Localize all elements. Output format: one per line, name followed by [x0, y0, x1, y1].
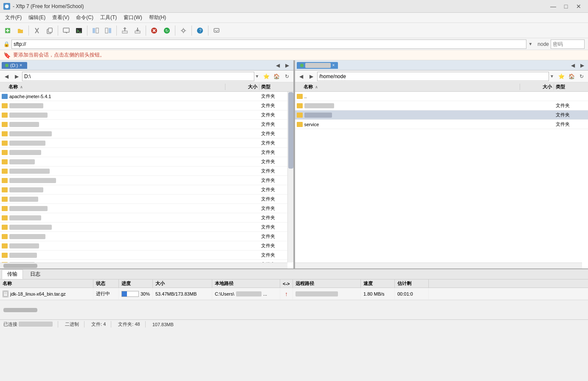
right-nav-next[interactable]: ▶ — [578, 61, 586, 70]
left-bookmark-button[interactable]: ⭐ — [262, 72, 271, 81]
download-button[interactable] — [132, 25, 143, 37]
password-input[interactable] — [551, 40, 585, 49]
cut-button[interactable] — [31, 25, 43, 37]
transfer-row[interactable]: jdk-18_linux-x64_bin.tar.gz 进行中 30% 53.4… — [0, 288, 588, 300]
menu-window[interactable]: 窗口(W) — [120, 13, 145, 22]
table-row[interactable]: 文件夹 — [0, 148, 293, 157]
minimize-button[interactable]: — — [547, 2, 559, 11]
right-forward-button[interactable]: ▶ — [307, 72, 316, 81]
tab-transfer[interactable]: 传输 — [2, 269, 23, 279]
left-tab-close[interactable]: × — [20, 63, 22, 68]
address-dropdown-arrow[interactable]: ▼ — [528, 42, 532, 46]
table-row[interactable]: 文件夹 — [0, 120, 293, 129]
right-col-name[interactable]: 名称 ∧ — [295, 84, 520, 90]
left-nav-prev[interactable]: ◀ — [274, 61, 282, 70]
right-tab-close[interactable]: × — [332, 63, 335, 68]
file-cell-name — [0, 113, 225, 118]
menu-file[interactable]: 文件(F) — [2, 13, 25, 22]
menu-command[interactable]: 命令(C) — [73, 13, 97, 22]
upload-button[interactable] — [119, 25, 131, 37]
monitor-button[interactable] — [60, 25, 72, 37]
table-row[interactable]: 文件夹 — [0, 157, 293, 167]
left-scrollbar[interactable] — [287, 92, 293, 262]
table-row[interactable]: 文件夹 — [0, 195, 293, 204]
transfer-hscrollbar-thumb[interactable] — [3, 308, 37, 312]
right-nav-prev[interactable]: ◀ — [568, 61, 577, 70]
table-row[interactable]: apache-jmeter-5.4.1 文件夹 — [0, 92, 293, 101]
file-name-blurred — [9, 113, 48, 118]
left-forward-button[interactable]: ▶ — [12, 72, 21, 81]
table-row[interactable]: 文件夹 — [0, 232, 293, 241]
right-file-scroll[interactable]: .. 文件夹 — [295, 92, 588, 266]
table-row[interactable]: 文件夹 — [295, 101, 588, 110]
help-button[interactable]: ? — [194, 25, 206, 37]
left-home-button[interactable]: 🏠 — [272, 72, 281, 81]
tab-log[interactable]: 日志 — [25, 269, 46, 279]
table-row[interactable]: 文件夹 — [0, 129, 293, 138]
refresh-button[interactable]: ↻ — [161, 25, 173, 37]
right-home-button[interactable]: 🏠 — [567, 72, 576, 81]
transfer-header: 名称 状态 进度 大小 本地路径 <-> 远程路径 速度 估计剩 — [0, 279, 588, 288]
sftp-address-input[interactable] — [11, 40, 526, 49]
table-row[interactable]: 文件夹 — [0, 241, 293, 251]
file-cell-type: 文件夹 — [554, 112, 588, 118]
table-row[interactable]: service 文件夹 — [295, 120, 588, 129]
left-hscrollbar-thumb[interactable] — [3, 264, 37, 268]
settings-button[interactable] — [177, 25, 189, 37]
folder-icon — [2, 150, 8, 155]
transfer-hscrollbar[interactable] — [0, 300, 588, 319]
new-session-button[interactable] — [2, 25, 14, 37]
right-pane-button[interactable] — [102, 25, 114, 37]
left-col-name[interactable]: 名称 ∧ — [0, 84, 225, 90]
transfer-cell-status: 进行中 — [93, 288, 119, 299]
right-back-button[interactable]: ◀ — [297, 72, 306, 81]
left-path-dropdown[interactable]: ▼ — [255, 74, 259, 79]
left-back-button[interactable]: ◀ — [2, 72, 11, 81]
table-row[interactable]: 文件夹 — [0, 251, 293, 260]
svg-rect-16 — [122, 31, 127, 33]
lock-icon: 🔒 — [3, 41, 10, 47]
left-pane-tab-d[interactable]: (D:) × — [2, 62, 27, 69]
left-hscrollbar[interactable] — [0, 262, 287, 268]
right-hscrollbar[interactable] — [295, 262, 582, 268]
right-path-input[interactable] — [317, 72, 549, 81]
table-row[interactable]: 文件夹 — [0, 213, 293, 223]
table-row[interactable]: 文件夹 — [0, 101, 293, 110]
table-row[interactable]: .. — [295, 92, 588, 101]
table-row[interactable]: 文件夹 — [0, 167, 293, 176]
right-path-dropdown[interactable]: ▼ — [550, 74, 554, 79]
menu-tools[interactable]: 工具(T) — [97, 13, 120, 22]
open-folder-button[interactable] — [14, 25, 26, 37]
terminal-button[interactable] — [73, 25, 85, 37]
table-row[interactable]: 文件夹 — [0, 138, 293, 148]
right-bookmark-button[interactable]: ⭐ — [557, 72, 566, 81]
table-row[interactable]: 文件夹 — [0, 176, 293, 185]
table-row[interactable]: 文件夹 — [0, 185, 293, 195]
close-button[interactable]: ✕ — [573, 2, 585, 11]
left-file-scroll[interactable]: apache-jmeter-5.4.1 文件夹 文件夹 — [0, 92, 293, 266]
stop-button[interactable] — [148, 25, 160, 37]
right-pane-tab[interactable]: × — [297, 62, 338, 69]
left-path-input[interactable] — [22, 72, 254, 81]
left-scrollbar-thumb[interactable] — [288, 92, 293, 169]
maximize-button[interactable]: □ — [560, 2, 572, 11]
left-nav-next[interactable]: ▶ — [283, 61, 292, 70]
right-pane-nav: ◀ ▶ — [568, 61, 586, 70]
right-col-size[interactable]: 大小 — [520, 84, 554, 90]
right-refresh-button[interactable]: ↻ — [577, 72, 586, 81]
feedback-button[interactable] — [211, 25, 222, 37]
left-col-size[interactable]: 大小 — [225, 84, 259, 90]
menu-view[interactable]: 查看(V) — [49, 13, 73, 22]
table-row[interactable]: 文件夹 — [0, 204, 293, 213]
copy-button[interactable] — [44, 25, 56, 37]
left-pane-button[interactable] — [90, 25, 101, 37]
file-name-blurred — [9, 159, 35, 164]
left-refresh-button[interactable]: ↻ — [282, 72, 292, 81]
table-row[interactable]: 文件夹 — [0, 110, 293, 120]
table-row[interactable]: 文件夹 — [295, 110, 588, 120]
right-col-type[interactable]: 类型 — [554, 84, 588, 90]
left-col-type[interactable]: 类型 — [259, 84, 293, 90]
menu-edit[interactable]: 编辑(E) — [25, 13, 49, 22]
menu-help[interactable]: 帮助(H) — [146, 13, 170, 22]
table-row[interactable]: 文件夹 — [0, 223, 293, 232]
